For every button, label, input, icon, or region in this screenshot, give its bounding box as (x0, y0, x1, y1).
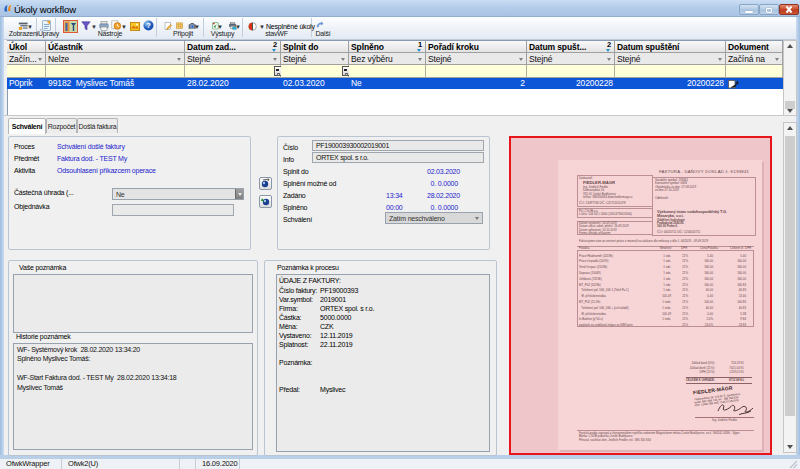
svg-text:?: ? (146, 21, 151, 30)
